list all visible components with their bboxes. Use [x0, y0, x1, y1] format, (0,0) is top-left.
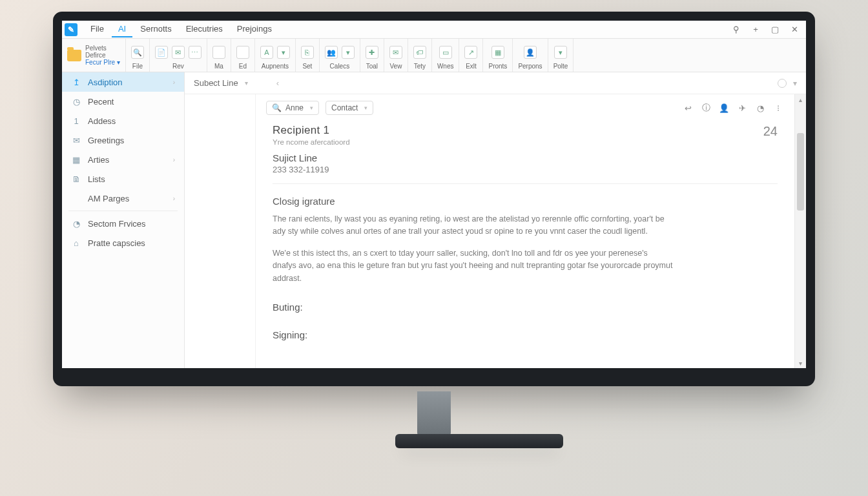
sidebar-item-greetings[interactable]: ✉Greetings	[62, 130, 184, 150]
ribbon-label: Wnes	[437, 63, 454, 70]
sidebar-item-am-parges[interactable]: AM Parges›	[62, 189, 184, 208]
menu-ai[interactable]: AI	[112, 21, 132, 37]
ribbon-label: Tety	[414, 63, 426, 70]
folder-icon	[67, 50, 81, 61]
back-icon[interactable]: ‹	[276, 78, 279, 88]
ribbon-button[interactable]: ↗	[464, 46, 477, 59]
ribbon-label: Vew	[389, 63, 402, 70]
ribbon-button[interactable]: 👤	[524, 46, 537, 59]
ribbon-button[interactable]: 🏷	[413, 46, 426, 59]
search-pill[interactable]: 🔍 Anne ▾	[266, 101, 319, 115]
ribbon-button[interactable]: 👥	[325, 46, 338, 59]
sidebar-item-arties[interactable]: ▦Arties›	[62, 150, 184, 169]
ribbon-button[interactable]	[212, 46, 225, 59]
sidebar-item-label: Pecent	[88, 97, 114, 107]
sidebar-item-pratte-capscies[interactable]: ⌂Pratte capscies	[62, 233, 184, 253]
contact-pill[interactable]: Contact ▾	[326, 101, 373, 115]
close-icon[interactable]: ✕	[789, 25, 800, 34]
pin-icon[interactable]: ⚲	[731, 25, 741, 34]
closing-title: Closig igrature	[273, 196, 778, 207]
chip-line-2: Defirce	[85, 52, 120, 59]
scrollbar[interactable]: ▴ ▾	[794, 94, 806, 368]
message-body: Recipient 1 Yre ncome afercatioord 24 Su…	[256, 119, 794, 366]
status-icon	[778, 79, 787, 88]
sidebar-item-sectom-frvices[interactable]: ◔Sectom Frvices	[62, 214, 184, 233]
menu-bar: FileAISernottsElecutriesPrejoings	[84, 21, 278, 37]
ribbon-button[interactable]: ▭	[439, 46, 452, 59]
ribbon-button[interactable]: ⎘	[301, 46, 314, 59]
chevron-down-icon[interactable]: ▾	[245, 79, 248, 87]
ribbon-button[interactable]	[236, 46, 249, 59]
sidebar-item-label: Addess	[88, 116, 116, 126]
ribbon-group-rev: 📄✉⋯Rev	[150, 39, 207, 72]
contact-label: Contact	[331, 103, 358, 112]
menu-file[interactable]: File	[84, 21, 110, 37]
menu-elecutries[interactable]: Elecutries	[180, 21, 229, 37]
new-icon[interactable]: +	[750, 25, 761, 34]
sidebar-item-lists[interactable]: 🗎Lists	[62, 169, 184, 189]
ribbon-button[interactable]: ⋯	[189, 46, 202, 59]
sidebar-icon: ✉	[71, 135, 81, 145]
list-gutter	[185, 94, 256, 368]
ribbon-button[interactable]: 📄	[155, 46, 168, 59]
ribbon-button[interactable]: ▾	[277, 46, 290, 59]
ribbon-label: Pronts	[488, 63, 507, 70]
ribbon-toolbar: Pelvets Defirce Fecur Plre ▾ 🔍File📄✉⋯Rev…	[62, 39, 806, 72]
folder-chip[interactable]: Pelvets Defirce Fecur Plre ▾	[62, 39, 126, 72]
ribbon-button[interactable]: ▾	[554, 46, 567, 59]
ribbon-label: Set	[302, 63, 312, 70]
ribbon-group-toal: ✚Toal	[360, 39, 384, 72]
more-icon[interactable]: ⁝	[772, 102, 784, 114]
chevron-right-icon: ›	[173, 156, 175, 163]
ribbon-group-pronts: ▦Pronts	[483, 39, 513, 72]
chevron-down-icon[interactable]: ▾	[364, 105, 367, 111]
signing-label: Signing:	[273, 329, 778, 340]
ribbon-button[interactable]: A	[260, 46, 273, 59]
scroll-up-icon[interactable]: ▴	[795, 94, 806, 105]
ribbon-group-exlt: ↗Exlt	[459, 39, 483, 72]
sidebar-icon: ↥	[71, 77, 81, 87]
chip-line-3[interactable]: Fecur Plre ▾	[85, 59, 120, 66]
bird-icon[interactable]: ✈	[736, 102, 748, 114]
sidebar-item-pecent[interactable]: ◷Pecent	[62, 92, 184, 111]
ribbon-label: Calecs	[330, 63, 350, 70]
subject-bar: Subect Line ▾ ‹ ▾	[185, 72, 806, 94]
ribbon-label: Exlt	[466, 63, 477, 70]
app-icon: ✎	[65, 23, 78, 36]
expand-icon[interactable]: ▾	[793, 79, 797, 88]
restore-icon[interactable]: ▢	[770, 25, 780, 34]
paragraph-1: The rani eclents, lly wast you as eyanin…	[273, 213, 673, 238]
sidebar-icon	[71, 193, 81, 203]
info-icon[interactable]: ⓘ	[700, 102, 712, 114]
person-icon[interactable]: 👤	[718, 102, 730, 114]
ribbon-group-vew: ✉Vew	[384, 39, 408, 72]
ribbon-button[interactable]: ✉	[172, 46, 185, 59]
sidebar-item-label: Asdiption	[88, 78, 122, 87]
scroll-down-icon[interactable]: ▾	[795, 358, 806, 368]
message-toolbar: 🔍 Anne ▾ Contact ▾ ↩ ⓘ	[256, 94, 794, 119]
sidebar-icon: 1	[71, 116, 81, 126]
menu-sernotts[interactable]: Sernotts	[134, 21, 178, 37]
clock-icon[interactable]: ◔	[754, 102, 766, 114]
ribbon-button[interactable]: ▾	[342, 46, 355, 59]
window-controls: ⚲ + ▢ ✕	[731, 25, 803, 34]
scroll-thumb[interactable]	[797, 133, 804, 211]
sidebar-icon: ◔	[71, 218, 81, 229]
menu-prejoings[interactable]: Prejoings	[231, 21, 278, 37]
sidebar-item-label: Arties	[88, 155, 109, 165]
sidebar-item-addess[interactable]: 1Addess	[62, 111, 184, 130]
sidebar-item-asdiption[interactable]: ↥Asdiption›	[62, 72, 184, 92]
sidebar-item-label: Sectom Frvices	[88, 219, 146, 229]
ribbon-button[interactable]: 🔍	[131, 46, 144, 59]
search-input[interactable]: Anne	[285, 103, 304, 112]
chevron-right-icon: ›	[173, 195, 175, 202]
ribbon-group-ma: Ma	[207, 39, 231, 72]
title-bar: ✎ FileAISernottsElecutriesPrejoings ⚲ + …	[62, 21, 806, 39]
ribbon-label: Aupnents	[262, 63, 289, 70]
reply-icon[interactable]: ↩	[682, 102, 694, 114]
chevron-right-icon: ›	[173, 79, 175, 86]
ribbon-button[interactable]: ✚	[366, 46, 378, 59]
ribbon-button[interactable]: ✉	[389, 46, 402, 59]
ribbon-button[interactable]: ▦	[491, 46, 504, 59]
chevron-down-icon[interactable]: ▾	[310, 105, 313, 111]
